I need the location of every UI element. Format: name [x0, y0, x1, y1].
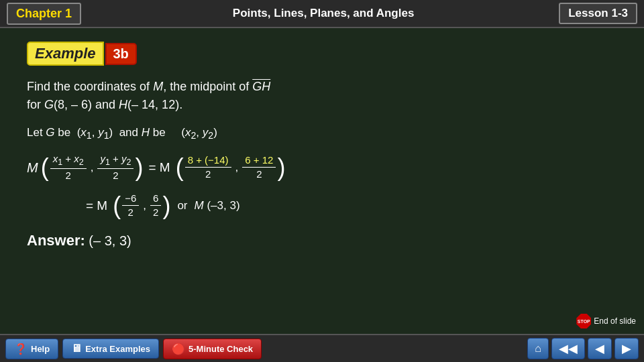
stop-sign-icon: STOP: [576, 314, 591, 328]
check-icon: 🔴: [172, 343, 185, 355]
example-number: 3b: [105, 43, 137, 65]
help-label: Help: [31, 344, 50, 354]
math-area: M ( x1 + x2 2 , y1 + y2 2 ) = M ( 8 + (−…: [27, 153, 617, 219]
chapter-badge: Chapter 1: [7, 3, 81, 25]
five-minute-check-button[interactable]: 🔴 5-Minute Check: [163, 339, 262, 359]
end-slide-text: End of slide: [594, 316, 636, 326]
problem-line2: for G(8, – 6) and H(– 14, 12).: [27, 96, 617, 114]
main-content: Example 3b Find the coordinates of M, th…: [0, 28, 644, 334]
help-button[interactable]: ❓ Help: [5, 339, 58, 359]
problem-line1: Find the coordinates of M, the midpoint …: [27, 78, 617, 96]
chapter-number: 1: [65, 7, 72, 20]
problem-text: Find the coordinates of M, the midpoint …: [27, 78, 617, 114]
answer-section: Answer: (– 3, 3): [27, 232, 617, 249]
home-button[interactable]: ⌂: [527, 338, 549, 359]
nav-buttons: ⌂ ◀◀ ◀ ▶: [527, 338, 639, 359]
formula-line1: M ( x1 + x2 2 , y1 + y2 2 ) = M ( 8 + (−…: [27, 153, 617, 182]
extra-label: Extra Examples: [85, 344, 150, 354]
frac-values2: 6 + 12 2: [242, 154, 276, 180]
back-to-start-button[interactable]: ◀◀: [551, 338, 585, 359]
frac-y1y2: y1 + y2 2: [97, 153, 133, 182]
footer-bar: ❓ Help 🖥 Extra Examples 🔴 5-Minute Check…: [0, 334, 644, 362]
extra-icon: 🖥: [71, 343, 82, 355]
let-statement: Let G be (x1, y1) and H be (x2, y2): [27, 126, 617, 141]
help-icon: ❓: [14, 343, 28, 355]
frac-values1: 8 + (−14) 2: [185, 154, 231, 180]
check-label: 5-Minute Check: [189, 344, 253, 354]
answer-value: (– 3, 3): [89, 233, 131, 248]
end-of-slide: STOP End of slide: [576, 314, 636, 328]
header-bar: Chapter 1 Points, Lines, Planes, and Ang…: [0, 0, 644, 28]
example-badge: Example 3b: [27, 42, 137, 66]
slide-title: Points, Lines, Planes, and Angles: [88, 7, 559, 20]
answer-label: Answer:: [27, 232, 85, 249]
next-button[interactable]: ▶: [614, 338, 639, 359]
frac-neg6: −6 2: [122, 192, 139, 219]
frac-6over2: 6 2: [150, 192, 161, 219]
formula-line2: = M ( −6 2 , 6 2 ) or M (–3, 3): [27, 192, 617, 219]
chapter-label: Chapter: [16, 7, 62, 20]
extra-examples-button[interactable]: 🖥 Extra Examples: [62, 339, 159, 359]
frac-x1x2: x1 + x2 2: [50, 153, 87, 182]
prev-button[interactable]: ◀: [588, 338, 612, 359]
lesson-badge: Lesson 1-3: [559, 3, 637, 24]
example-label: Example: [27, 42, 104, 66]
